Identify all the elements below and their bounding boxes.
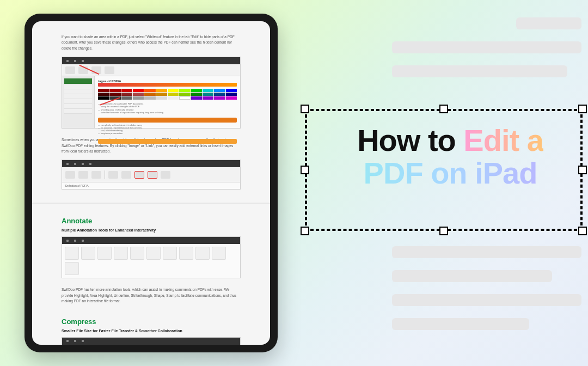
text-placeholder (392, 270, 552, 282)
section-subheading: Multiple Annotation Tools for Enhanced I… (62, 228, 241, 232)
resize-handle[interactable] (301, 227, 309, 235)
text-placeholder (516, 17, 581, 29)
section-subheading: Smaller File Size for Faster File Transf… (62, 329, 241, 333)
resize-handle[interactable] (578, 166, 587, 174)
resize-handle[interactable] (301, 166, 309, 174)
ipad-screen: If you want to shade an area within a PD… (32, 21, 270, 345)
text-placeholder (392, 246, 581, 258)
resize-handle[interactable] (439, 105, 448, 113)
sidebar (62, 76, 95, 128)
text-placeholder (392, 41, 581, 53)
hero-text: How to (357, 123, 463, 157)
doc-paragraph: SwifDoo PDF has ten more annotation tool… (62, 287, 241, 304)
app-screenshot-4: Fallout 4 Vault Dweller's Survi... (62, 337, 241, 345)
ipad-frame: If you want to shade an area within a PD… (24, 14, 278, 352)
app-ribbon (62, 64, 240, 76)
color-palette: tages of PDF/A — requirements for archiv (95, 76, 240, 128)
doc-paragraph: If you want to shade an area within a PD… (62, 34, 241, 51)
app-screenshot-3 (62, 236, 241, 278)
titlebar (62, 237, 240, 244)
resize-handle[interactable] (578, 105, 587, 113)
hero-text-gradient: Edit a (463, 123, 543, 157)
titlebar (62, 57, 240, 64)
app-ribbon (62, 167, 240, 182)
annotation-toolbar (62, 244, 240, 278)
hero-text-gradient: PDF on iPad (364, 156, 537, 190)
hero-title: How to Edit a PDF on iPad (305, 109, 583, 190)
section-heading: Compress (62, 318, 241, 326)
resize-handle[interactable] (301, 105, 309, 113)
titlebar (62, 338, 240, 345)
resize-handle[interactable] (578, 227, 587, 235)
selection-frame[interactable]: How to Edit a PDF on iPad (305, 109, 583, 231)
text-placeholder (392, 294, 581, 306)
text-placeholder (392, 65, 567, 77)
section-divider (32, 203, 270, 204)
section-heading: Annotate (62, 217, 241, 225)
text-placeholder (392, 318, 529, 330)
resize-handle[interactable] (439, 227, 448, 235)
app-screenshot-1: tages of PDF/A — requirements for archiv (62, 57, 241, 129)
titlebar (62, 160, 240, 167)
app-screenshot-2: Definition of PDF/A (62, 160, 241, 190)
